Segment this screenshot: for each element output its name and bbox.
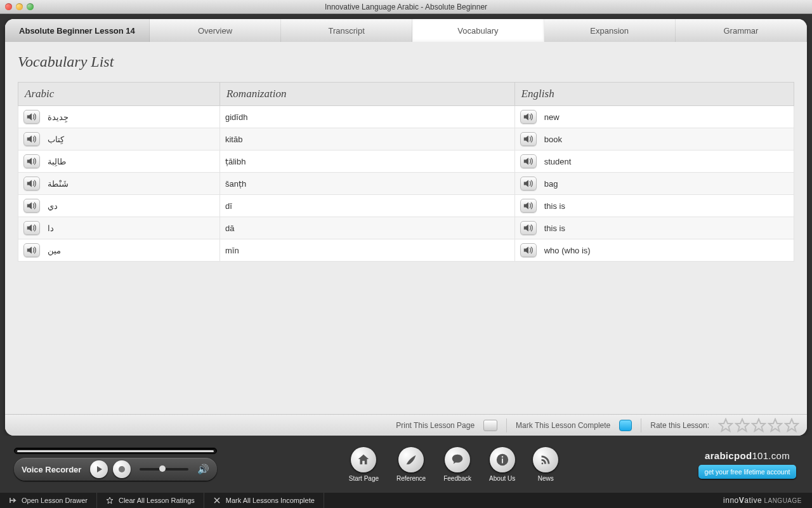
brand-site: arabicpod101.com: [690, 450, 804, 461]
audio-arabic-button[interactable]: [23, 110, 40, 124]
record-icon: [119, 466, 125, 472]
svg-marker-4: [785, 419, 798, 431]
nav-about-label: About Us: [489, 475, 515, 482]
status-markinc-label: Mark All Lessons Incomplete: [226, 497, 315, 504]
table-row: جِديدةgidīdhnew: [18, 106, 794, 128]
page-title: Vocabulary List: [18, 53, 794, 70]
arabic-text: شَنْطة: [48, 179, 69, 189]
quill-icon: [404, 453, 418, 467]
vocab-table: Arabic Romanization English جِديدةgidīdh…: [18, 82, 794, 262]
nav-reference-label: Reference: [396, 475, 426, 482]
voice-recorder: Voice Recorder 🔊: [14, 448, 217, 481]
audio-arabic-button[interactable]: [23, 177, 40, 190]
nav-feedback[interactable]: Feedback: [443, 447, 471, 482]
audio-english-button[interactable]: [520, 132, 537, 146]
speech-icon: [450, 453, 464, 467]
mark-complete-label[interactable]: Mark This Lesson Complete: [516, 421, 610, 430]
rating-stars: [718, 418, 799, 433]
audio-english-button[interactable]: [520, 154, 537, 168]
clear-ratings[interactable]: Clear All Lesson Ratings: [97, 493, 204, 508]
star-outline-icon: [106, 497, 114, 504]
table-row: مينmīnwho (who is): [18, 239, 794, 262]
table-row: كِتابkitābbook: [18, 128, 794, 150]
svg-marker-2: [752, 419, 765, 431]
col-english: English: [514, 83, 794, 106]
recorder-label: Voice Recorder: [22, 465, 81, 474]
brand-box: arabicpod101.com get your free lifetime …: [690, 450, 804, 479]
star-5[interactable]: [784, 418, 799, 433]
brand-site-rest: 101.com: [752, 450, 790, 461]
arabic-text: دا: [48, 224, 54, 233]
audio-english-button[interactable]: [520, 199, 537, 213]
nav-start-label: Start Page: [349, 475, 379, 482]
arabic-text: دي: [48, 201, 58, 211]
print-icon[interactable]: [483, 420, 497, 431]
english-text: student: [544, 157, 572, 166]
star-2[interactable]: [735, 418, 750, 433]
audio-english-button[interactable]: [520, 177, 537, 190]
english-text: this is: [544, 201, 565, 211]
table-row: ديdīthis is: [18, 195, 794, 217]
table-row: شَنْطةšanṭhbag: [18, 173, 794, 195]
roman-text: dī: [225, 201, 232, 211]
table-row: داdāthis is: [18, 217, 794, 239]
rss-icon: [539, 453, 553, 467]
nav-news[interactable]: News: [533, 447, 558, 482]
roman-text: dā: [225, 224, 234, 233]
brand-cta-button[interactable]: get your free lifetime account: [698, 465, 797, 479]
audio-english-button[interactable]: [520, 110, 537, 124]
play-icon: [97, 466, 102, 472]
english-text: book: [544, 135, 562, 144]
arabic-text: مين: [48, 246, 61, 255]
roman-text: gidīdh: [225, 112, 247, 122]
svg-marker-8: [107, 497, 113, 504]
roman-text: šanṭh: [225, 179, 246, 189]
col-arabic: Arabic: [18, 83, 220, 106]
home-icon: [357, 453, 370, 467]
audio-arabic-button[interactable]: [23, 243, 40, 257]
star-3[interactable]: [751, 418, 766, 433]
print-label[interactable]: Print This Lesson Page: [396, 421, 475, 430]
open-lesson-drawer[interactable]: Open Lesson Drawer: [0, 493, 97, 508]
recorder-progress[interactable]: [14, 448, 217, 454]
tab-grammar[interactable]: Grammar: [676, 19, 807, 42]
brand-site-bold: arabicpod: [705, 450, 752, 461]
rate-label: Rate this Lesson:: [650, 421, 709, 430]
english-text: new: [544, 112, 560, 122]
audio-arabic-button[interactable]: [23, 221, 40, 235]
star-1[interactable]: [718, 418, 733, 433]
mark-complete-checkbox[interactable]: [619, 420, 632, 431]
audio-arabic-button[interactable]: [23, 199, 40, 213]
play-button[interactable]: [90, 460, 108, 478]
status-clear-label: Clear All Lesson Ratings: [119, 497, 195, 504]
tab-overview[interactable]: Overview: [150, 19, 281, 42]
roman-text: kitāb: [225, 135, 242, 144]
nav-feedback-label: Feedback: [443, 475, 471, 482]
info-icon: [495, 453, 509, 467]
nav-reference[interactable]: Reference: [396, 447, 426, 482]
english-text: bag: [544, 179, 558, 189]
volume-slider[interactable]: [140, 468, 188, 471]
nav-icons: Start Page Reference Feedback About Us N…: [230, 447, 678, 482]
divider: [506, 418, 507, 432]
arabic-text: كِتاب: [48, 135, 64, 144]
audio-arabic-button[interactable]: [23, 132, 40, 146]
nav-start-page[interactable]: Start Page: [349, 447, 379, 482]
mark-incomplete[interactable]: Mark All Lessons Incomplete: [204, 493, 324, 508]
tab-bar: Absolute Beginner Lesson 14 Overview Tra…: [5, 19, 807, 42]
audio-english-button[interactable]: [520, 221, 537, 235]
star-4[interactable]: [768, 418, 783, 433]
audio-arabic-button[interactable]: [23, 154, 40, 168]
english-text: who (who is): [544, 246, 591, 255]
audio-english-button[interactable]: [520, 243, 537, 257]
record-button[interactable]: [113, 460, 131, 478]
arabic-text: جِديدة: [48, 112, 69, 122]
tab-vocabulary[interactable]: Vocabulary: [412, 19, 544, 42]
tab-expansion[interactable]: Expansion: [544, 19, 676, 42]
svg-rect-6: [502, 458, 503, 463]
tab-transcript[interactable]: Transcript: [281, 19, 412, 42]
window-title: Innovative Language Arabic - Absolute Be…: [0, 3, 812, 11]
english-text: this is: [544, 224, 565, 233]
x-icon: [213, 497, 221, 504]
nav-about[interactable]: About Us: [489, 447, 515, 482]
